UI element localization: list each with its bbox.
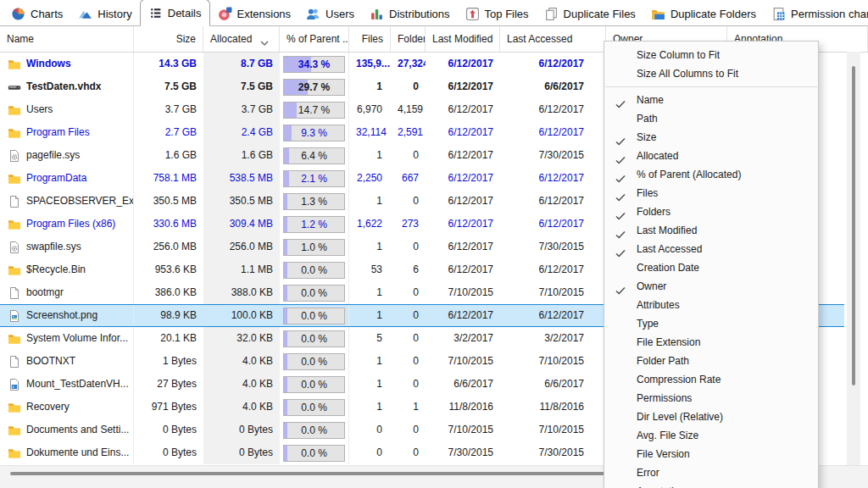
- folder-icon: [8, 126, 21, 140]
- percent-label: 0.0 %: [284, 331, 344, 347]
- tab-history[interactable]: History: [70, 2, 139, 25]
- last-modified-cell: 6/12/2017: [426, 190, 500, 213]
- allocated-cell: 8.7 GB: [203, 53, 280, 75]
- size-cell: 3.7 GB: [134, 98, 203, 121]
- name-cell: Mount_TestDatenVH...: [0, 373, 134, 396]
- column-header-name[interactable]: Name: [0, 26, 134, 52]
- size-cell: 27 Bytes: [134, 373, 203, 396]
- menu-item-label: Compression Rate: [637, 374, 721, 385]
- menu-item-column-last-accessed[interactable]: Last Accessed: [604, 240, 818, 258]
- folders-cell: 1: [391, 396, 426, 419]
- horizontal-scrollbar-thumb[interactable]: [10, 472, 661, 475]
- menu-item-size-column-to-fit[interactable]: Size Column to Fit: [604, 46, 818, 64]
- column-header-label: % of Parent ...: [287, 33, 349, 45]
- files-cell: 1: [349, 304, 391, 327]
- percent-label: 29.7 %: [284, 80, 344, 95]
- percent-label: 6.4 %: [284, 148, 344, 164]
- tab-details[interactable]: Details: [140, 0, 210, 26]
- menu-item-column-size[interactable]: Size: [604, 128, 818, 147]
- vertical-scrollbar-thumb[interactable]: [852, 66, 855, 385]
- last-accessed-cell: 6/12/2017: [500, 167, 606, 190]
- menu-item-column-folders[interactable]: Folders: [604, 202, 818, 221]
- menu-item-column-name[interactable]: Name: [604, 91, 818, 109]
- menu-item-column-error[interactable]: Error: [604, 463, 818, 482]
- menu-item-column-last-modified[interactable]: Last Modified: [604, 221, 818, 240]
- tab-permission-changes[interactable]: Permission changes: [764, 2, 868, 25]
- menu-item-column-attributes[interactable]: Attributes: [604, 296, 818, 314]
- menu-item-column-files[interactable]: Files: [604, 184, 818, 202]
- files-cell: 1: [349, 190, 391, 213]
- last-accessed-cell: 6/12/2017: [500, 213, 606, 236]
- tab-users[interactable]: Users: [298, 2, 362, 25]
- menu-item-label: Avg. File Size: [637, 430, 698, 441]
- folders-cell: 6: [391, 258, 426, 281]
- menu-item-column-avg-file-size[interactable]: Avg. File Size: [604, 426, 818, 445]
- files-cell: 1: [349, 144, 391, 167]
- folders-cell: 0: [391, 441, 426, 464]
- tab-charts[interactable]: Charts: [3, 2, 70, 25]
- percent-bar: 14.7 %: [283, 102, 345, 119]
- allocated-cell: 4.0 KB: [203, 396, 280, 419]
- menu-item-label: Owner: [637, 280, 666, 292]
- pie-chart-icon: [11, 7, 25, 21]
- tab-distributions[interactable]: Distributions: [362, 2, 458, 25]
- size-cell: 0 Bytes: [134, 441, 203, 464]
- allocated-cell: 100.0 KB: [203, 304, 280, 327]
- last-accessed-cell: 7/30/2015: [500, 144, 606, 167]
- vertical-scrollbar[interactable]: [847, 52, 860, 467]
- menu-item-column-allocated[interactable]: Allocated: [604, 147, 818, 165]
- name-cell: bootmgr: [0, 281, 134, 304]
- menu-item-column-file-version[interactable]: File Version: [604, 445, 818, 463]
- tab-top-files[interactable]: Top Files: [458, 2, 537, 25]
- percent-of-parent-cell: 29.7 %: [280, 75, 349, 98]
- column-header-allocated[interactable]: Allocated: [203, 26, 280, 52]
- percent-of-parent-cell: 1.3 %: [280, 190, 349, 213]
- menu-item-size-all-columns-to-fit[interactable]: Size All Columns to Fit: [604, 64, 818, 83]
- column-header-last-modified[interactable]: Last Modified: [426, 26, 500, 52]
- column-header-label: Last Accessed: [507, 33, 572, 45]
- folders-cell: 0: [391, 304, 426, 327]
- menu-item-column-creation-date[interactable]: Creation Date: [604, 258, 818, 277]
- tab-extensions[interactable]: Extensions: [210, 2, 299, 25]
- percent-bar: 0.0 %: [283, 262, 345, 279]
- menu-item-column-annotation[interactable]: Annotation: [604, 482, 818, 488]
- column-context-menu: Size Column to FitSize All Columns to Fi…: [604, 41, 819, 488]
- name-cell: Program Files: [0, 121, 134, 144]
- menu-item-label: Size Column to Fit: [637, 49, 720, 61]
- column-header-of-parent[interactable]: % of Parent ...: [280, 26, 349, 52]
- menu-item-label: Folders: [637, 206, 670, 218]
- column-header-files[interactable]: Files: [349, 26, 391, 52]
- menu-item-column-permissions[interactable]: Permissions: [604, 389, 818, 408]
- menu-item-column-file-extension[interactable]: File Extension: [604, 333, 818, 352]
- menu-item-label: File Extension: [637, 336, 700, 348]
- menu-item-label: Last Accessed: [637, 243, 702, 255]
- last-modified-cell: 7/10/2015: [426, 281, 500, 304]
- menu-item-column-of-parent-allocated[interactable]: % of Parent (Allocated): [604, 165, 818, 184]
- allocated-cell: 3.7 GB: [203, 98, 280, 121]
- column-header-folders[interactable]: Folders: [391, 26, 426, 52]
- column-header-size[interactable]: Size: [134, 26, 203, 52]
- menu-item-column-owner[interactable]: Owner: [604, 277, 818, 296]
- folders-cell: 0: [391, 281, 426, 304]
- file-name: ProgramData: [26, 167, 86, 190]
- files-cell: 1: [349, 281, 391, 304]
- menu-item-label: Name: [637, 94, 664, 106]
- column-header-last-accessed[interactable]: Last Accessed: [500, 26, 606, 52]
- menu-item-column-folder-path[interactable]: Folder Path: [604, 352, 818, 370]
- menu-item-column-type[interactable]: Type: [604, 314, 818, 333]
- menu-item-label: Allocated: [637, 150, 678, 162]
- size-cell: 1.6 GB: [134, 144, 203, 167]
- percent-bar: 0.0 %: [283, 376, 345, 393]
- last-accessed-cell: 7/30/2015: [500, 441, 606, 464]
- percent-of-parent-cell: 0.0 %: [280, 281, 349, 304]
- menu-item-column-path[interactable]: Path: [604, 109, 818, 128]
- tab-duplicate-folders[interactable]: Duplicate Folders: [643, 2, 764, 25]
- percent-bar: 29.7 %: [283, 79, 345, 96]
- tab-duplicate-files[interactable]: Duplicate Files: [537, 2, 643, 25]
- menu-item-column-compression-rate[interactable]: Compression Rate: [604, 370, 818, 389]
- name-cell: Windows: [0, 53, 134, 75]
- last-modified-cell: 6/12/2017: [426, 213, 500, 236]
- menu-item-label: Folder Path: [637, 355, 689, 367]
- menu-item-label: Size: [637, 131, 656, 143]
- menu-item-column-dir-level-relative[interactable]: Dir Level (Relative): [604, 408, 818, 426]
